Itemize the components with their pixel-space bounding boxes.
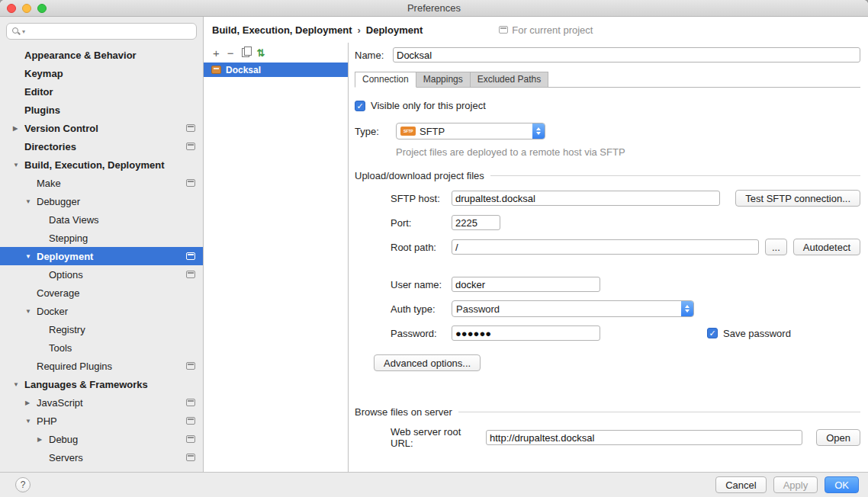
- add-server-button[interactable]: +: [213, 47, 220, 59]
- type-value: SFTP: [420, 126, 445, 137]
- settings-tree: Appearance & Behavior Keymap Editor Plug…: [0, 46, 203, 467]
- chevron-down-icon[interactable]: ▼: [13, 381, 24, 388]
- chevron-down-icon[interactable]: ▼: [13, 162, 24, 168]
- browse-root-path-button[interactable]: ...: [765, 239, 787, 255]
- breadcrumb: Build, Execution, Deployment › Deploymen…: [204, 17, 868, 43]
- settings-search-input[interactable]: ▾: [6, 23, 197, 40]
- chevron-down-icon[interactable]: ▼: [25, 253, 37, 260]
- ok-button[interactable]: OK: [825, 476, 859, 493]
- sidebar-item-label: PHP: [37, 415, 57, 427]
- open-button[interactable]: Open: [816, 429, 860, 446]
- sidebar-item-php[interactable]: ▼PHP: [0, 412, 203, 430]
- user-name-input[interactable]: [452, 277, 600, 292]
- dialog-footer: ? Cancel Apply OK: [0, 472, 868, 497]
- sidebar-item-label: Version Control: [24, 123, 98, 134]
- web-root-input[interactable]: [486, 430, 802, 445]
- tab-mappings[interactable]: Mappings: [416, 72, 471, 88]
- sidebar-item-stepping[interactable]: Stepping: [0, 229, 203, 247]
- sidebar-item-deployment[interactable]: ▼Deployment: [0, 247, 203, 265]
- close-button[interactable]: [7, 4, 16, 13]
- save-password-label: Save password: [723, 328, 791, 339]
- tab-connection[interactable]: Connection: [355, 72, 416, 88]
- sidebar-item-label: Keymap: [24, 68, 63, 79]
- chevron-right-icon[interactable]: ▶: [37, 436, 49, 443]
- sidebar-item-label: Debugger: [37, 196, 80, 207]
- sidebar-item-editor[interactable]: Editor: [0, 82, 203, 101]
- sidebar-item-label: Languages & Frameworks: [24, 379, 148, 390]
- sidebar-item-docker[interactable]: ▼Docker: [0, 302, 203, 320]
- server-name: Docksal: [226, 65, 261, 75]
- visible-only-checkbox[interactable]: ✓ Visible only for this project: [355, 100, 860, 111]
- sidebar-item-debugger[interactable]: ▼Debugger: [0, 192, 203, 210]
- sidebar-item-directories[interactable]: Directories: [0, 137, 203, 156]
- sidebar-item-label: Options: [49, 269, 83, 281]
- sidebar-item-keymap[interactable]: Keymap: [0, 64, 203, 82]
- name-input[interactable]: [393, 47, 860, 63]
- copy-server-button[interactable]: [242, 48, 249, 57]
- sftp-host-input[interactable]: [452, 191, 720, 206]
- sidebar-item-make[interactable]: Make: [0, 174, 203, 192]
- breadcrumb-item-deployment[interactable]: Deployment: [366, 24, 423, 36]
- chevron-down-icon[interactable]: ▼: [25, 418, 37, 425]
- deployment-server-icon: [211, 66, 221, 74]
- zoom-button[interactable]: [37, 4, 47, 13]
- checkbox-checked-icon: ✓: [355, 101, 365, 111]
- user-name-label: User name:: [391, 279, 452, 290]
- root-path-input[interactable]: [452, 239, 759, 255]
- chevron-right-icon[interactable]: ▶: [25, 399, 37, 406]
- sidebar-item-tools[interactable]: Tools: [0, 338, 203, 357]
- sidebar-item-label: Debug: [49, 434, 78, 445]
- chevron-down-icon[interactable]: ▼: [25, 198, 37, 205]
- sidebar-item-label: Build, Execution, Deployment: [24, 159, 164, 171]
- server-list-item-docksal[interactable]: Docksal: [204, 63, 348, 77]
- autodetect-button[interactable]: Autodetect: [793, 239, 860, 255]
- chevron-down-icon[interactable]: ▼: [25, 308, 37, 315]
- sidebar-item-debug[interactable]: ▶Debug: [0, 430, 203, 448]
- sidebar-item-label: Tools: [49, 342, 72, 354]
- remove-server-button[interactable]: −: [227, 47, 234, 59]
- sidebar-item-coverage[interactable]: Coverage: [0, 284, 203, 302]
- sidebar-item-registry[interactable]: Registry: [0, 320, 203, 338]
- port-input[interactable]: [452, 215, 500, 230]
- sidebar-item-label: Deployment: [37, 251, 93, 262]
- sidebar-item-data-views[interactable]: Data Views: [0, 210, 203, 229]
- sidebar-item-plugins[interactable]: Plugins: [0, 101, 203, 119]
- advanced-options-button[interactable]: Advanced options...: [374, 354, 481, 371]
- sftp-icon: SFTP: [400, 127, 416, 136]
- settings-sidebar: ▾ Appearance & Behavior Keymap Editor Pl…: [0, 17, 204, 472]
- sidebar-item-version-control[interactable]: ▶Version Control: [0, 119, 203, 137]
- apply-button[interactable]: Apply: [773, 476, 818, 493]
- sidebar-item-options[interactable]: Options: [0, 265, 203, 284]
- cancel-button[interactable]: Cancel: [715, 476, 766, 493]
- deployment-config-panel: Name: Connection Mappings Excluded Paths…: [349, 43, 868, 472]
- sync-icon[interactable]: ⇅: [257, 47, 265, 59]
- visible-only-label: Visible only for this project: [371, 100, 486, 111]
- chevron-right-icon[interactable]: ▶: [13, 125, 24, 132]
- sidebar-item-servers[interactable]: Servers: [0, 448, 203, 467]
- sidebar-item-label: Directories: [24, 141, 76, 152]
- config-tabs: Connection Mappings Excluded Paths: [355, 72, 860, 88]
- password-label: Password:: [391, 328, 452, 339]
- password-input[interactable]: [452, 325, 600, 341]
- minimize-button[interactable]: [22, 4, 31, 13]
- project-settings-icon: [186, 362, 195, 370]
- sidebar-item-label: Plugins: [24, 104, 60, 116]
- type-select[interactable]: SFTP SFTP: [396, 123, 545, 139]
- sidebar-item-required-plugins[interactable]: Required Plugins: [0, 357, 203, 375]
- auth-type-select[interactable]: Password: [452, 300, 694, 317]
- tab-excluded-paths[interactable]: Excluded Paths: [471, 72, 548, 88]
- window-title: Preferences: [407, 2, 461, 14]
- breadcrumb-item-build-execution-deployment[interactable]: Build, Execution, Deployment: [212, 24, 352, 36]
- titlebar[interactable]: Preferences: [0, 0, 868, 17]
- test-connection-button[interactable]: Test SFTP connection...: [735, 190, 860, 207]
- project-settings-icon: [186, 435, 195, 443]
- save-password-checkbox[interactable]: ✓ Save password: [707, 328, 791, 339]
- sidebar-item-build-execution-deployment[interactable]: ▼Build, Execution, Deployment: [0, 156, 203, 174]
- port-label: Port:: [391, 217, 452, 229]
- scope-indicator: For current project: [499, 24, 593, 36]
- sidebar-item-appearance-behavior[interactable]: Appearance & Behavior: [0, 46, 203, 64]
- help-button[interactable]: ?: [15, 477, 31, 492]
- sidebar-item-javascript[interactable]: ▶JavaScript: [0, 393, 203, 412]
- type-help-text: Project files are deployed to a remote h…: [396, 146, 860, 158]
- sidebar-item-languages-frameworks[interactable]: ▼Languages & Frameworks: [0, 375, 203, 393]
